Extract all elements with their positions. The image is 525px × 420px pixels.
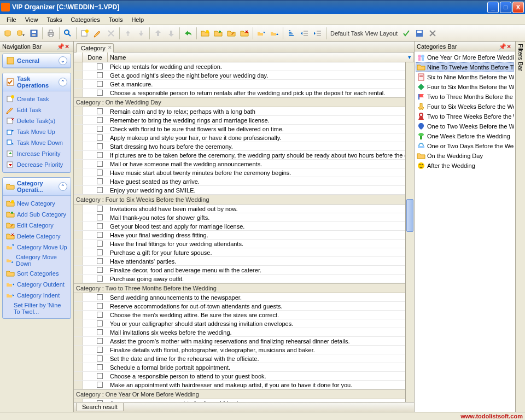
task-row[interactable]: You or your calligrapher should start ad… — [74, 319, 405, 328]
done-checkbox[interactable] — [91, 90, 108, 96]
add-sub-cat-icon[interactable] — [212, 27, 224, 39]
cat-up-icon[interactable] — [255, 27, 267, 39]
task-grid[interactable]: Pick up rentals for wedding and receptio… — [74, 62, 405, 402]
done-checkbox[interactable] — [91, 187, 108, 193]
task-row[interactable]: Get a good night's sleep the night befor… — [74, 71, 405, 80]
done-checkbox[interactable] — [91, 143, 108, 149]
nav-section-catops[interactable]: Category Operati...⌃ — [3, 178, 71, 196]
done-checkbox[interactable] — [91, 329, 108, 335]
done-checkbox[interactable] — [91, 223, 108, 229]
close-panel-icon[interactable]: ✕ — [65, 43, 71, 50]
export-icon[interactable] — [182, 27, 194, 39]
nav-item[interactable]: Create Task — [4, 94, 69, 104]
done-checkbox[interactable] — [91, 214, 108, 220]
task-row[interactable]: Check with florist to be sure that flowe… — [74, 125, 405, 133]
task-row[interactable]: Apply makeup and style your hair, or hav… — [74, 133, 405, 142]
task-row[interactable]: Enjoy your wedding and SMILE. — [74, 186, 405, 195]
db-dropdown-icon[interactable] — [15, 27, 27, 39]
done-checkbox[interactable] — [91, 152, 108, 158]
task-row[interactable]: Mail invitations six weeks before the we… — [74, 328, 405, 337]
layout-delete-icon[interactable] — [427, 27, 439, 39]
sort-icon[interactable] — [285, 27, 298, 39]
close-panel-icon[interactable]: ✕ — [506, 43, 513, 50]
nav-item[interactable]: Task Move Up — [4, 126, 69, 137]
delete-cat-icon[interactable] — [238, 27, 250, 39]
done-checkbox[interactable] — [91, 135, 108, 141]
done-checkbox[interactable] — [91, 355, 108, 361]
minimize-button[interactable]: _ — [487, 2, 499, 13]
new-cat-icon[interactable] — [199, 27, 211, 39]
done-checkbox[interactable] — [91, 232, 108, 238]
chevron-up-icon[interactable]: ⌃ — [59, 78, 67, 86]
nav-item[interactable]: Sort Categories — [4, 268, 69, 279]
task-row[interactable]: Make an appointment with hairdresser and… — [74, 381, 405, 389]
task-row[interactable]: Get a manicure. — [74, 80, 405, 89]
filters-bar[interactable]: Filters Bar — [515, 42, 525, 412]
done-checkbox[interactable] — [91, 364, 108, 370]
menu-view[interactable]: View — [21, 15, 43, 24]
done-checkbox[interactable] — [91, 338, 108, 344]
task-row[interactable]: Schedule a formal bride portrait appoint… — [74, 363, 405, 372]
done-checkbox[interactable] — [91, 258, 108, 264]
nav-item[interactable]: Delete Task(s) — [4, 115, 69, 126]
done-checkbox[interactable] — [91, 170, 108, 176]
task-row[interactable]: Invitations should have been mailed out … — [74, 205, 405, 213]
task-row[interactable]: Send wedding announcements to the newspa… — [74, 293, 405, 302]
done-checkbox[interactable] — [91, 320, 108, 326]
new-task-icon[interactable] — [79, 27, 91, 39]
menu-file[interactable]: File — [2, 15, 21, 24]
scrollbar-thumb[interactable] — [406, 199, 413, 232]
done-checkbox[interactable] — [91, 206, 108, 212]
task-row[interactable]: Remain calm and try to relax; perhaps wi… — [74, 107, 405, 116]
task-row[interactable]: Mail thank-you notes for shower gifts. — [74, 213, 405, 222]
task-down-icon[interactable] — [135, 27, 147, 39]
done-checkbox[interactable] — [91, 126, 108, 132]
task-up-icon[interactable] — [122, 27, 134, 39]
edit-cat-icon[interactable] — [225, 27, 237, 39]
nav-item[interactable]: Category Indent — [4, 290, 69, 301]
done-checkbox[interactable] — [91, 303, 108, 309]
nav-item[interactable]: Category Outdent — [4, 279, 69, 290]
nav-item[interactable]: Add Sub Category — [4, 209, 69, 220]
task-row[interactable]: Purchase a gift for your future spouse. — [74, 248, 405, 257]
layout-save-icon[interactable] — [413, 27, 425, 39]
task-row[interactable]: Choose a responsible person to return re… — [74, 89, 405, 97]
category-item[interactable]: After the Wedding — [416, 161, 514, 171]
category-item[interactable]: Two to Three Months Before the Weddin — [416, 92, 514, 102]
menu-categories[interactable]: Categories — [67, 15, 104, 24]
menu-tasks[interactable]: Tasks — [42, 15, 66, 24]
menu-tools[interactable]: Tools — [104, 15, 127, 24]
save-icon[interactable] — [28, 27, 40, 39]
task-row[interactable]: Have guest seated as they arrive. — [74, 177, 405, 186]
task-row[interactable]: Have music start about twenty minutes be… — [74, 168, 405, 177]
task-row[interactable]: Finalize details with florist, photograp… — [74, 346, 405, 354]
col-done[interactable]: Done — [83, 52, 108, 62]
done-checkbox[interactable] — [91, 276, 108, 282]
group-header[interactable]: Category : On the Wedding Day — [74, 97, 405, 107]
nav-item[interactable]: Set Filter by 'Nine To Twel... — [4, 301, 69, 316]
task-row[interactable]: Get your blood test and apply for marria… — [74, 222, 405, 231]
group-header[interactable]: Category : Four to Six Weeks Before the … — [74, 195, 405, 205]
done-checkbox[interactable] — [91, 108, 108, 114]
nav-item[interactable]: Edit Task — [4, 104, 69, 115]
pin-icon[interactable]: 📌 — [57, 43, 63, 50]
category-item[interactable]: On the Wedding Day — [416, 151, 514, 161]
sort-indicator-icon[interactable]: ▾ — [408, 54, 411, 61]
done-checkbox[interactable] — [91, 178, 108, 184]
category-item[interactable]: Six to Nine Months Before the Wedding — [416, 72, 514, 82]
category-item[interactable]: One or Two Days Before the Wedding — [416, 141, 514, 151]
task-row[interactable]: If pictures are to be taken before the c… — [74, 151, 405, 160]
done-checkbox[interactable] — [91, 241, 108, 247]
close-button[interactable]: X — [512, 2, 524, 13]
done-checkbox[interactable] — [91, 312, 108, 318]
pin-icon[interactable]: 📌 — [499, 43, 505, 50]
done-checkbox[interactable] — [91, 294, 108, 300]
task-row[interactable]: Remember to bring the wedding rings and … — [74, 116, 405, 125]
task-row[interactable]: Purchase going away outfit. — [74, 275, 405, 283]
indent-icon[interactable] — [312, 27, 324, 39]
done-checkbox[interactable] — [91, 267, 108, 273]
tab-search-result[interactable]: Search result — [76, 403, 124, 411]
nav-item[interactable]: Decrease Priority — [4, 159, 69, 170]
nav-section-taskops[interactable]: Task Operations⌃ — [3, 73, 71, 91]
nav-item[interactable]: Edit Category — [4, 220, 69, 231]
